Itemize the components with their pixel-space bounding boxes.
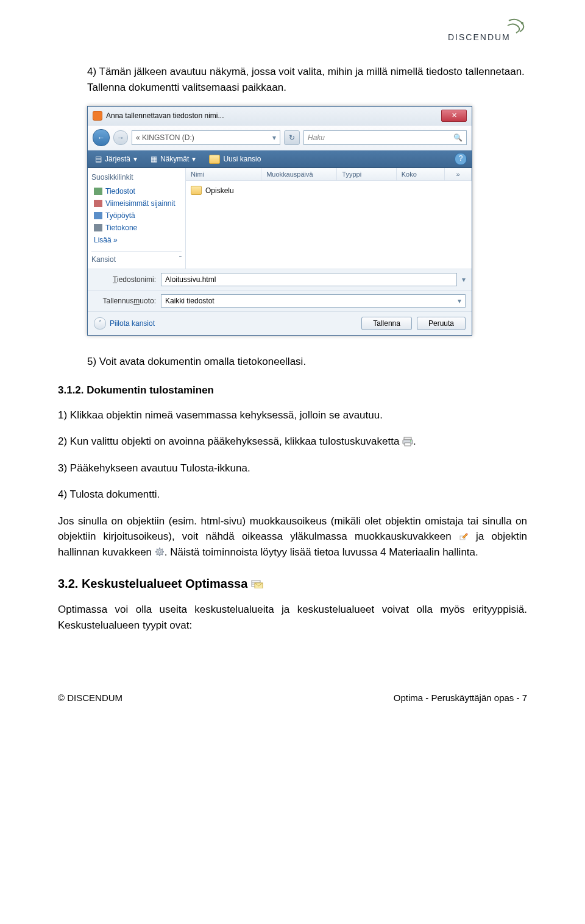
edit-rights-paragraph: Jos sinulla on objektiin (esim. html-siv… (58, 513, 527, 560)
folders-header[interactable]: Kansiot ˆ (91, 251, 182, 264)
views-icon: ▦ (151, 155, 157, 163)
filename-label: Tiedostonimi: (94, 275, 156, 284)
computer-icon (94, 224, 102, 231)
sidebar-item[interactable]: Työpöytä (91, 210, 182, 222)
svg-line-16 (157, 554, 158, 555)
folder-icon (191, 186, 202, 195)
step-3: 3) Pääkehykseen avautuu Tulosta-ikkuna. (58, 460, 527, 476)
sidebar-item[interactable]: Tietokone (91, 222, 182, 234)
back-button[interactable]: ← (93, 129, 110, 146)
save-button[interactable]: Tallenna (361, 317, 412, 330)
step-1: 1) Klikkaa objektin nimeä vasemmassa keh… (58, 407, 527, 423)
search-input[interactable]: Haku 🔍 (303, 130, 467, 145)
svg-rect-4 (405, 443, 411, 446)
sidebar-item[interactable]: Tiedostot (91, 185, 182, 197)
svg-line-13 (157, 549, 158, 550)
svg-point-5 (410, 440, 411, 442)
col-modified[interactable]: Muokkauspäivä (261, 168, 337, 180)
filetype-select[interactable]: Kaikki tiedostot ▾ (161, 294, 466, 308)
firefox-icon (93, 111, 102, 121)
svg-rect-2 (404, 437, 411, 440)
discussion-paragraph: Optimassa voi olla useita keskustelualue… (58, 602, 527, 633)
step-2: 2) Kun valittu objekti on avoinna pääkeh… (58, 434, 527, 450)
svg-line-14 (161, 554, 163, 555)
documents-icon (94, 188, 102, 195)
list-item-4: 4) Tämän jälkeen avautuu näkymä, jossa v… (87, 64, 527, 95)
close-icon[interactable]: ✕ (441, 110, 467, 122)
heading-312: 3.1.2. Dokumentin tulostaminen (58, 384, 527, 397)
help-icon[interactable]: ? (455, 153, 467, 165)
list-item-5: 5) Voit avata dokumentin omalla tietokon… (87, 354, 527, 370)
message-icon (251, 577, 263, 587)
col-more[interactable]: » (445, 168, 472, 180)
sidebar-item[interactable]: Viimeisimmät sijainnit (91, 197, 182, 210)
desktop-icon (94, 212, 102, 219)
heading-32: 3.2. Keskustelualueet Optimassa (58, 577, 527, 591)
new-folder-button[interactable]: Uusi kansio (207, 153, 263, 165)
step-4: 4) Tulosta dokumentti. (58, 487, 527, 503)
hide-folders-button[interactable]: ˄ Piilota kansiot (94, 317, 155, 330)
edit-icon (459, 530, 469, 540)
sidebar-item-more[interactable]: Lisää » (91, 234, 182, 246)
cancel-button[interactable]: Peruuta (417, 317, 466, 330)
organize-icon: ▤ (95, 155, 102, 163)
footer-right: Optima - Peruskäyttäjän opas - 7 (394, 693, 527, 703)
filename-input[interactable] (161, 273, 457, 286)
file-row[interactable]: Opiskelu (191, 185, 467, 196)
filetype-label: Tallennusmuoto: (94, 297, 156, 305)
chevron-up-icon: ˄ (94, 317, 106, 330)
favorites-header: Suosikkilinkit (91, 173, 182, 182)
recent-icon (94, 200, 102, 207)
footer-left: © DISCENDUM (58, 693, 122, 703)
svg-line-15 (161, 549, 163, 550)
gear-icon (155, 546, 165, 555)
search-icon: 🔍 (453, 133, 463, 142)
printer-icon (402, 436, 413, 445)
brand-logo: DISCENDUM (58, 18, 527, 46)
address-bar[interactable]: « KINGSTON (D:) ▾ (132, 130, 280, 145)
svg-point-8 (158, 551, 161, 553)
folder-icon (209, 155, 220, 164)
refresh-button[interactable]: ↻ (284, 130, 300, 145)
organize-button[interactable]: ▤ Järjestä ▾ (93, 153, 140, 164)
forward-button[interactable]: → (113, 130, 128, 145)
save-dialog-screenshot: Anna tallennettavan tiedoston nimi... ✕ … (87, 106, 527, 336)
svg-point-0 (521, 22, 523, 24)
svg-text:DISCENDUM: DISCENDUM (448, 32, 511, 42)
views-button[interactable]: ▦ Näkymät ▾ (148, 153, 198, 164)
col-size[interactable]: Koko (397, 168, 445, 180)
col-name[interactable]: Nimi (186, 168, 261, 180)
dialog-title: Anna tallennettavan tiedoston nimi... (106, 111, 224, 120)
col-type[interactable]: Tyyppi (337, 168, 396, 180)
